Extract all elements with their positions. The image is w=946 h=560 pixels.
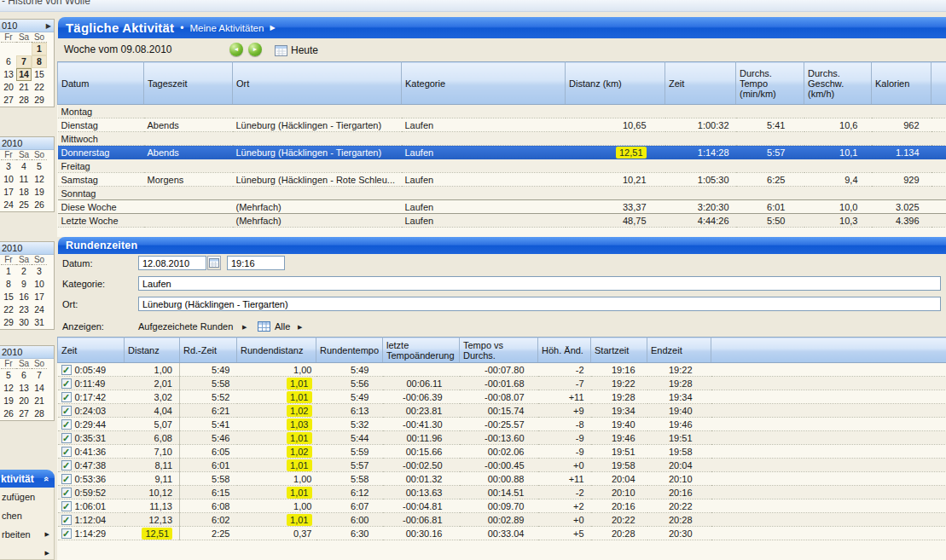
calendar-day[interactable]: 7	[32, 369, 47, 382]
column-header-datum[interactable]: Datum	[58, 62, 144, 105]
lap-row[interactable]: ✓0:24:034,046:211,026:1300:23.8100:15.74…	[58, 404, 946, 418]
sidebar-menu-item[interactable]: rbeiten▶	[0, 525, 54, 544]
calendar-day[interactable]: 24	[1, 199, 16, 211]
lap-checkbox[interactable]: ✓	[61, 515, 72, 525]
lap-checkbox[interactable]: ✓	[61, 365, 72, 375]
calendar-day[interactable]: 29	[1, 316, 16, 329]
calendar-day[interactable]: 9	[16, 278, 32, 291]
lap-checkbox[interactable]: ✓	[61, 488, 72, 498]
sidebar-menu-item[interactable]: zufügen	[0, 488, 54, 506]
lap-row[interactable]: ✓1:06:0111,136:081,006:07-00:04.8100:09.…	[58, 499, 946, 513]
calendar-day[interactable]: 6	[1, 55, 16, 68]
calendar-day[interactable]: 6	[16, 369, 32, 382]
date-picker-button[interactable]	[207, 256, 221, 270]
sidebar-menu-item[interactable]: ▶	[0, 544, 54, 560]
dropdown-arrow-icon[interactable]: ▶	[298, 324, 302, 331]
calendar-day[interactable]: 1	[32, 43, 47, 55]
calendar-day[interactable]: 8	[32, 55, 47, 68]
column-header-geschw[interactable]: Durchs. Geschw. (km/h)	[804, 62, 872, 105]
lap-row[interactable]: ✓0:17:423,025:521,015:49-00:06.39-00:08.…	[58, 390, 946, 404]
column-header-hoeh[interactable]: Höh. Änd.	[538, 338, 591, 363]
lap-checkbox[interactable]: ✓	[61, 447, 72, 457]
activity-row[interactable]: Diese Woche(Mehrfach)Laufen33,373:20:306…	[58, 200, 946, 214]
calendar-day[interactable]: 11	[16, 173, 32, 186]
sidebar-menu-item[interactable]: chen	[0, 506, 54, 525]
lap-row[interactable]: ✓0:11:492,015:581,015:5600:06.11-00:01.6…	[58, 377, 946, 390]
next-month-arrow-icon[interactable]: ▶	[46, 22, 51, 30]
column-header-ort[interactable]: Ort	[233, 62, 402, 105]
activity-row[interactable]: Sonntag	[58, 187, 946, 200]
sidebar-activity-header[interactable]: ktivität «	[0, 470, 55, 488]
time-input[interactable]	[227, 256, 285, 270]
column-header-distanz[interactable]: Distanz	[125, 338, 180, 363]
calendar-day[interactable]: 27	[1, 94, 16, 107]
column-header-start[interactable]: Startzeit	[591, 338, 647, 363]
calendar-day[interactable]: 31	[32, 316, 47, 329]
calendar-day[interactable]: 19	[1, 395, 16, 407]
table-view-icon[interactable]	[258, 321, 270, 332]
lap-checkbox[interactable]: ✓	[61, 501, 72, 511]
calendar-day[interactable]: 13	[1, 68, 16, 81]
calendar-icon[interactable]	[275, 44, 287, 56]
calendar-day[interactable]: 15	[32, 68, 47, 81]
lap-row[interactable]: ✓0:29:445,075:411,035:32-00:41.30-00:25.…	[58, 418, 946, 431]
calendar-day[interactable]: 24	[32, 303, 47, 316]
calendar-day[interactable]: 25	[16, 199, 32, 211]
calendar-day[interactable]: 10	[32, 278, 47, 291]
column-header-ende[interactable]: Endzeit	[647, 338, 711, 363]
calendar-day[interactable]: 4	[16, 160, 32, 173]
column-header-rdzeit[interactable]: Rd.-Zeit	[180, 338, 237, 363]
calendar-day[interactable]: 21	[32, 395, 47, 407]
column-header-letzte[interactable]: letzte Tempoänderung	[383, 338, 460, 363]
calendar-day[interactable]: 1	[1, 265, 16, 278]
column-header-distanz[interactable]: Distanz (km)	[566, 62, 665, 105]
calendar-day[interactable]: 30	[16, 316, 32, 329]
lap-checkbox[interactable]: ✓	[61, 378, 72, 389]
lap-checkbox[interactable]: ✓	[61, 406, 72, 416]
category-input[interactable]	[138, 276, 941, 291]
calendar-day[interactable]: 20	[1, 81, 16, 94]
activity-row[interactable]: Mittwoch	[58, 132, 946, 146]
activity-row[interactable]: DienstagAbendsLüneburg (Häcklingen - Tie…	[58, 118, 946, 132]
activity-row[interactable]: SamstagMorgensLüneburg (Häcklingen - Rot…	[58, 173, 946, 187]
activity-row[interactable]: Freitag	[58, 159, 946, 173]
column-header-tempo[interactable]: Rundentempo	[316, 338, 383, 363]
column-header-zeit[interactable]: Zeit	[58, 338, 125, 363]
calendar-day[interactable]: 18	[16, 186, 32, 199]
calendar-day[interactable]: 28	[32, 407, 47, 420]
my-activities-link[interactable]: Meine Aktivitäten	[189, 23, 264, 33]
lap-checkbox[interactable]: ✓	[61, 528, 72, 539]
lap-row[interactable]: ✓0:59:5210,126:151,016:1200:13.6300:14.5…	[58, 486, 946, 499]
calendar-day[interactable]: 15	[1, 291, 16, 303]
dropdown-arrow-icon[interactable]: ▶	[270, 24, 275, 32]
calendar-day[interactable]: 14	[16, 68, 32, 81]
calendar-day[interactable]: 27	[16, 407, 32, 420]
lap-checkbox[interactable]: ✓	[61, 474, 72, 484]
lap-row[interactable]: ✓0:05:491,005:491,005:49-00:07.80-219:16…	[58, 363, 946, 377]
calendar-day[interactable]: 10	[1, 173, 16, 186]
activity-row[interactable]: Montag	[58, 105, 946, 118]
column-header-kalorien[interactable]: Kalorien	[872, 62, 931, 105]
calendar-day[interactable]: 16	[16, 291, 32, 303]
lap-checkbox[interactable]: ✓	[61, 392, 72, 402]
calendar-day[interactable]: 8	[1, 278, 16, 291]
calendar-day[interactable]: 12	[1, 382, 16, 395]
calendar-day[interactable]: 22	[1, 303, 16, 316]
column-header-kategorie[interactable]: Kategorie	[402, 62, 566, 105]
calendar-day[interactable]: 20	[16, 395, 32, 407]
calendar-day[interactable]: 3	[32, 265, 47, 278]
lap-row[interactable]: ✓1:14:2912,512:250,376:3000:30.1600:33.0…	[58, 527, 946, 540]
calendar-day[interactable]: 2	[16, 265, 32, 278]
lap-row[interactable]: ✓1:12:0412,136:021,016:00-00:06.8100:02.…	[58, 513, 946, 527]
next-week-button[interactable]: ►	[248, 43, 262, 56]
calendar-day[interactable]: 26	[32, 199, 47, 211]
prev-week-button[interactable]: ◄	[229, 43, 243, 56]
lap-checkbox[interactable]: ✓	[61, 460, 72, 471]
column-header-zeit[interactable]: Zeit	[665, 62, 736, 105]
calendar-day[interactable]: 3	[1, 160, 16, 173]
column-header-rddist[interactable]: Rundendistanz	[237, 338, 316, 363]
calendar-day[interactable]: 5	[1, 369, 16, 382]
lap-checkbox[interactable]: ✓	[61, 433, 72, 443]
calendar-day[interactable]: 23	[16, 303, 32, 316]
recorded-laps-selector[interactable]: Aufgezeichete Runden	[138, 321, 233, 332]
